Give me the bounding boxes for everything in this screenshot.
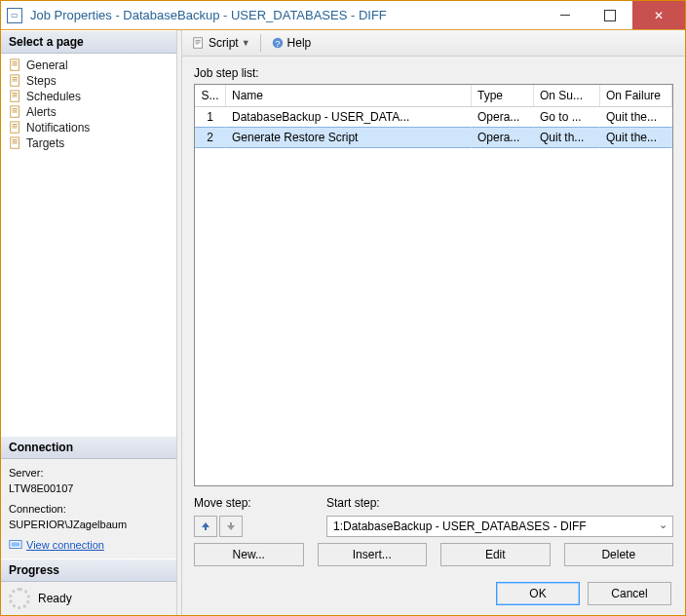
page-icon	[9, 136, 22, 150]
svg-rect-7	[12, 542, 20, 546]
app-icon: ▭	[7, 8, 22, 23]
nav-label: General	[26, 58, 68, 72]
move-up-button[interactable]	[194, 516, 217, 537]
nav-label: Targets	[26, 136, 64, 150]
nav-spacer	[1, 155, 176, 436]
connection-value: SUPERIOR\JZagelbaum	[9, 517, 169, 533]
col-on-success[interactable]: On Su...	[534, 85, 600, 106]
connection-label: Connection:	[9, 501, 169, 518]
cell: Quit the...	[600, 107, 672, 127]
titlebar: ▭ Job Properties - DatabaseBackup - USER…	[1, 1, 685, 30]
window-buttons	[543, 1, 685, 29]
col-on-failure[interactable]: On Failure	[600, 85, 672, 106]
page-icon	[9, 58, 22, 72]
col-name[interactable]: Name	[226, 85, 472, 106]
nav-targets[interactable]: Targets	[1, 135, 176, 151]
arrow-down-icon	[226, 521, 236, 531]
move-step-buttons	[194, 516, 311, 537]
delete-button[interactable]: Delete	[564, 543, 674, 566]
connection-panel: Server: LTW8E00107 Connection: SUPERIOR\…	[1, 459, 176, 559]
nav-label: Steps	[26, 74, 57, 88]
page-icon	[9, 105, 22, 119]
new-button[interactable]: New...	[194, 543, 304, 566]
connection-icon	[9, 538, 22, 552]
cell: Opera...	[472, 127, 534, 148]
progress-header: Progress	[1, 558, 176, 582]
server-label: Server:	[9, 465, 169, 481]
progress-panel: Ready	[1, 582, 176, 615]
nav-label: Alerts	[26, 105, 57, 119]
cell: Go to ...	[534, 107, 600, 127]
toolbar: Script ▼ ? Help	[182, 30, 685, 57]
left-column: Select a page General Steps Schedules Al…	[1, 30, 176, 615]
cell: Quit the...	[600, 127, 672, 148]
nav-general[interactable]: General	[1, 58, 176, 73]
grid-rows: 1DatabaseBackup - USER_DATA...Opera...Go…	[195, 107, 672, 485]
dropdown-caret-icon: ▼	[242, 38, 250, 48]
cell: 1	[195, 107, 226, 127]
script-button[interactable]: Script ▼	[188, 34, 254, 52]
cancel-button[interactable]: Cancel	[588, 582, 671, 605]
right-column: Script ▼ ? Help Job step list: S... Name…	[182, 30, 685, 615]
close-button[interactable]	[632, 1, 685, 29]
minimize-button[interactable]	[543, 1, 588, 29]
insert-button[interactable]: Insert...	[318, 543, 428, 566]
start-step-value: 1:DatabaseBackup - USER_DATABASES - DIFF	[333, 520, 587, 533]
page-icon	[9, 121, 22, 135]
progress-spinner-icon	[9, 588, 30, 609]
script-icon	[192, 36, 206, 50]
cell: 2	[195, 127, 226, 148]
col-step-number[interactable]: S...	[195, 85, 226, 106]
cell: Quit th...	[534, 127, 600, 148]
dialog-buttons: OK Cancel	[182, 572, 685, 615]
server-value: LTW8E00107	[9, 481, 169, 497]
table-row[interactable]: 1DatabaseBackup - USER_DATA...Opera...Go…	[195, 107, 672, 127]
toolbar-separator	[260, 34, 261, 52]
help-icon: ?	[271, 36, 285, 50]
help-button[interactable]: ? Help	[267, 34, 316, 52]
nav-alerts[interactable]: Alerts	[1, 104, 176, 120]
view-connection-link[interactable]: View connection	[26, 537, 104, 554]
select-page-header: Select a page	[1, 30, 176, 54]
svg-text:?: ?	[275, 39, 280, 49]
nav-notifications[interactable]: Notifications	[1, 120, 176, 135]
nav-label: Schedules	[26, 90, 81, 103]
page-icon	[9, 74, 22, 88]
table-row[interactable]: 2Generate Restore ScriptOpera...Quit th.…	[195, 127, 672, 148]
steps-page: Job step list: S... Name Type On Su... O…	[182, 57, 685, 572]
arrow-up-icon	[201, 521, 210, 531]
ok-button[interactable]: OK	[496, 582, 580, 605]
start-step-label: Start step:	[326, 496, 673, 510]
window-title: Job Properties - DatabaseBackup - USER_D…	[28, 8, 543, 22]
cell: DatabaseBackup - USER_DATA...	[226, 107, 472, 127]
connection-header: Connection	[1, 436, 176, 459]
help-label: Help	[287, 36, 312, 50]
script-label: Script	[209, 36, 239, 50]
progress-status: Ready	[38, 592, 72, 605]
job-step-grid[interactable]: S... Name Type On Su... On Failure 1Data…	[194, 84, 673, 486]
nav-schedules[interactable]: Schedules	[1, 89, 176, 104]
move-step-label: Move step:	[194, 496, 311, 510]
view-connection-row: View connection	[9, 537, 169, 554]
edit-button[interactable]: Edit	[440, 543, 551, 566]
job-step-list-label: Job step list:	[194, 66, 673, 80]
nav-steps[interactable]: Steps	[1, 73, 176, 89]
step-controls: Move step: Start step: 1:DatabaseBackup …	[194, 496, 673, 537]
dialog-body: Select a page General Steps Schedules Al…	[1, 30, 685, 615]
step-action-buttons: New... Insert... Edit Delete	[194, 543, 673, 566]
page-nav-list: General Steps Schedules Alerts Notificat…	[1, 54, 176, 155]
cell: Generate Restore Script	[226, 127, 472, 148]
col-type[interactable]: Type	[472, 85, 534, 106]
page-icon	[9, 90, 22, 103]
grid-header: S... Name Type On Su... On Failure	[195, 85, 672, 107]
cell: Opera...	[472, 107, 534, 127]
job-properties-dialog: ▭ Job Properties - DatabaseBackup - USER…	[0, 0, 686, 616]
start-step-select[interactable]: 1:DatabaseBackup - USER_DATABASES - DIFF	[326, 516, 673, 537]
nav-label: Notifications	[26, 121, 90, 135]
maximize-button[interactable]	[588, 1, 632, 29]
svg-rect-8	[194, 38, 203, 49]
move-down-button[interactable]	[219, 516, 243, 537]
